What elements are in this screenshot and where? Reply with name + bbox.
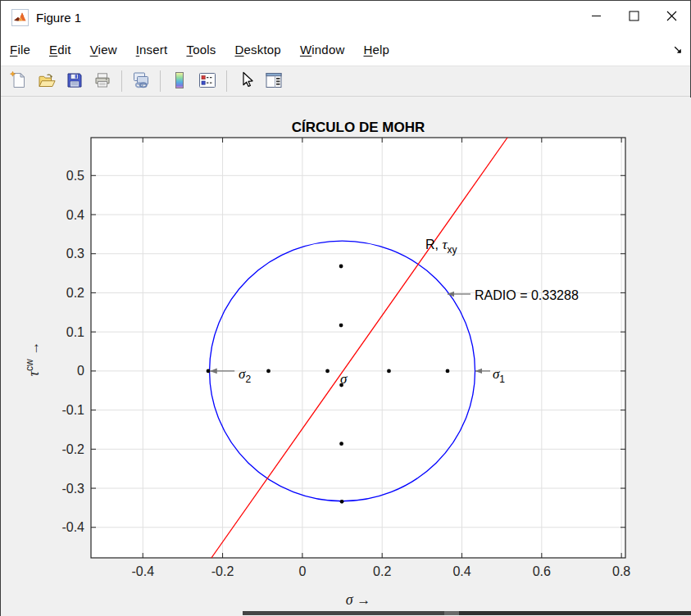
print-figure-button[interactable] — [90, 69, 115, 93]
new-figure-icon — [9, 70, 29, 93]
y-tick-label: 0.5 — [66, 169, 84, 183]
label-radio: RADIO = 0.33288 — [475, 288, 579, 302]
dock-arrow-icon[interactable] — [673, 43, 683, 58]
taskbar-edge — [243, 611, 444, 615]
close-icon — [666, 11, 677, 24]
open-file-button[interactable] — [34, 69, 59, 93]
y-tick-label: -0.2 — [61, 442, 84, 456]
y-axis-label: τcw → — [24, 342, 42, 377]
property-inspector-icon — [264, 70, 284, 93]
y-tick-label: 0.2 — [66, 286, 84, 300]
x-tick-label: 0 — [298, 564, 306, 578]
menu-insert[interactable]: Insert — [136, 43, 168, 57]
maximize-icon — [629, 11, 639, 24]
minimize-icon — [591, 11, 602, 24]
y-tick-label: -0.3 — [61, 482, 84, 496]
toolbar-separator — [226, 70, 227, 92]
property-inspector-button[interactable] — [261, 69, 286, 93]
data-point — [339, 442, 343, 446]
figure-toolbar — [1, 66, 690, 97]
y-tick-label: 0.3 — [66, 247, 84, 260]
taskbar-edge — [459, 611, 691, 615]
save-figure-icon — [65, 70, 84, 93]
menu-window[interactable]: Window — [300, 43, 345, 57]
window-title: Figure 1 — [36, 11, 81, 25]
edit-plot-button[interactable] — [234, 69, 258, 93]
data-point — [446, 369, 450, 373]
figure-canvas: -0.4-0.200.20.40.60.8-0.4-0.3-0.2-0.100.… — [1, 97, 691, 616]
y-tick-label: 0.4 — [66, 208, 84, 222]
label-sigma-center: σ — [340, 371, 348, 387]
menu-file[interactable]: File — [10, 43, 30, 57]
x-tick-label: -0.4 — [131, 564, 154, 578]
print-figure-icon — [93, 70, 112, 93]
x-tick-label: 0.6 — [533, 564, 551, 578]
data-point — [339, 324, 343, 328]
plot-title: CÍRCULO DE MOHR — [292, 120, 425, 135]
y-tick-label: -0.4 — [61, 520, 84, 534]
new-figure-button[interactable] — [7, 69, 31, 93]
minimize-button[interactable] — [577, 1, 615, 34]
menu-edit[interactable]: Edit — [49, 43, 71, 57]
data-point — [325, 369, 330, 373]
x-tick-label: 0.2 — [373, 564, 391, 578]
insert-colorbar-icon — [170, 70, 189, 93]
data-point — [387, 369, 391, 373]
menu-bar: FileEditViewInsertToolsDesktopWindowHelp — [1, 34, 690, 66]
y-tick-label: 0 — [77, 364, 84, 378]
x-tick-label: 0.4 — [452, 564, 471, 578]
x-tick-label: -0.2 — [211, 564, 234, 578]
menu-view[interactable]: View — [90, 43, 117, 57]
x-tick-label: 0.8 — [612, 564, 630, 578]
mohr-circle-plot: -0.4-0.200.20.40.60.8-0.4-0.3-0.2-0.100.… — [1, 97, 691, 616]
y-tick-label: 0.1 — [66, 325, 84, 339]
insert-colorbar-button[interactable] — [167, 69, 192, 93]
close-button[interactable] — [652, 1, 690, 34]
toolbar-separator — [160, 70, 161, 92]
insert-legend-button[interactable] — [195, 69, 220, 93]
menu-tools[interactable]: Tools — [186, 43, 216, 57]
x-axis-label: σ → — [346, 591, 371, 608]
data-point — [266, 369, 270, 373]
taskbar-edge — [444, 611, 459, 615]
y-tick-label: -0.1 — [61, 403, 84, 417]
toolbar-separator — [121, 70, 122, 92]
save-figure-button[interactable] — [62, 69, 87, 93]
title-bar[interactable]: Figure 1 — [1, 1, 690, 34]
data-point — [339, 265, 343, 269]
maximize-button[interactable] — [615, 1, 652, 34]
menu-desktop[interactable]: Desktop — [234, 43, 280, 57]
window-controls — [577, 1, 690, 34]
data-point — [207, 369, 211, 373]
edit-plot-icon — [236, 70, 256, 93]
figure-window: Figure 1 FileEditViewInsertToolsDesktopW… — [0, 0, 691, 616]
matlab-logo-icon — [11, 9, 29, 26]
insert-legend-icon — [198, 70, 217, 93]
plot-area — [91, 138, 625, 558]
open-file-icon — [37, 70, 57, 93]
menu-help[interactable]: Help — [363, 43, 389, 57]
link-plot-button[interactable] — [129, 69, 153, 93]
data-point — [340, 500, 344, 504]
link-plot-icon — [131, 70, 151, 93]
